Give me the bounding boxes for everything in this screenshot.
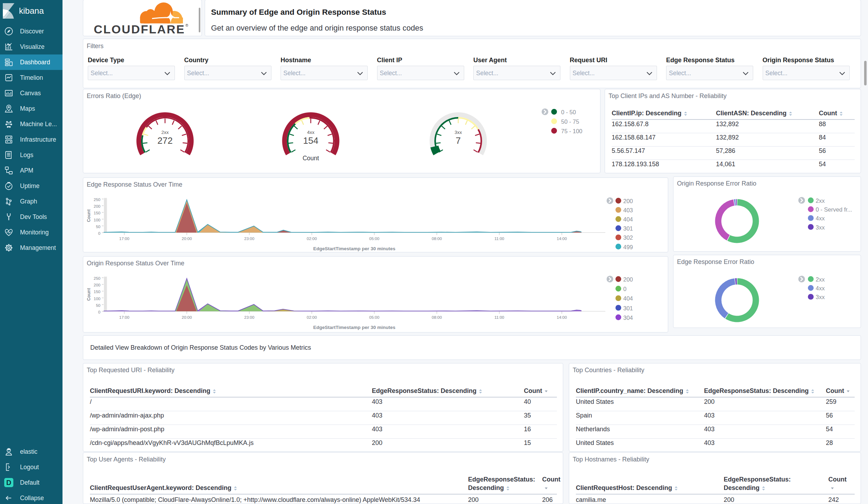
svg-text:301: 301 <box>623 305 633 311</box>
svg-text:kibana: kibana <box>19 6 44 15</box>
svg-text:403: 403 <box>623 207 633 213</box>
svg-text:CLOUDFLARE: CLOUDFLARE <box>94 22 185 36</box>
svg-text:100: 100 <box>94 297 100 301</box>
svg-text:4xx: 4xx <box>307 130 314 135</box>
svg-text:4xx: 4xx <box>816 285 825 291</box>
svg-text:200: 200 <box>94 204 100 208</box>
svg-text:08:00: 08:00 <box>432 237 442 241</box>
svg-text:02:00: 02:00 <box>307 237 317 241</box>
svg-text:08:00: 08:00 <box>432 315 442 319</box>
svg-text:0: 0 <box>98 231 100 235</box>
svg-text:05:00: 05:00 <box>369 315 380 319</box>
svg-text:75 - 100: 75 - 100 <box>561 128 583 134</box>
svg-text:Count: Count <box>86 288 91 301</box>
svg-text:302: 302 <box>623 234 633 241</box>
svg-text:05:00: 05:00 <box>369 237 380 241</box>
svg-text:17:00: 17:00 <box>119 237 130 241</box>
svg-text:50 - 75: 50 - 75 <box>561 118 579 125</box>
svg-text:0 - 50: 0 - 50 <box>561 109 576 115</box>
svg-text:11:00: 11:00 <box>494 315 504 319</box>
svg-text:150: 150 <box>94 211 100 215</box>
svg-text:250: 250 <box>94 198 100 202</box>
svg-text:02:00: 02:00 <box>307 315 317 319</box>
svg-text:404: 404 <box>623 295 633 302</box>
svg-text:20:00: 20:00 <box>182 315 192 319</box>
svg-text:®: ® <box>185 23 188 27</box>
svg-text:7: 7 <box>456 135 461 146</box>
svg-text:EdgeStartTimestamp per 30 minu: EdgeStartTimestamp per 30 minutes <box>313 246 395 251</box>
svg-text:272: 272 <box>157 135 172 146</box>
svg-text:3xx: 3xx <box>816 294 825 300</box>
svg-text:0: 0 <box>623 286 626 292</box>
svg-text:20:00: 20:00 <box>182 237 192 241</box>
svg-text:0: 0 <box>98 310 100 314</box>
svg-text:404: 404 <box>623 216 633 222</box>
svg-text:50: 50 <box>96 225 100 229</box>
svg-text:EdgeStartTimestamp per 30 minu: EdgeStartTimestamp per 30 minutes <box>313 325 395 330</box>
svg-text:154: 154 <box>303 135 318 146</box>
svg-text:200: 200 <box>94 283 100 287</box>
svg-text:14:00: 14:00 <box>557 237 567 241</box>
svg-text:4xx: 4xx <box>816 215 825 221</box>
svg-text:2xx: 2xx <box>816 198 825 204</box>
svg-text:3xx: 3xx <box>454 130 462 135</box>
svg-text:23:00: 23:00 <box>244 237 255 241</box>
svg-text:200: 200 <box>623 198 633 204</box>
svg-text:Count: Count <box>303 155 319 162</box>
svg-text:17:00: 17:00 <box>119 315 130 319</box>
svg-text:250: 250 <box>94 276 100 280</box>
svg-text:2xx: 2xx <box>816 276 825 283</box>
svg-text:100: 100 <box>94 218 100 222</box>
svg-text:304: 304 <box>623 315 633 321</box>
svg-text:0 - Served fr...: 0 - Served fr... <box>816 206 852 213</box>
svg-text:499: 499 <box>623 244 633 250</box>
svg-text:14:00: 14:00 <box>557 315 567 319</box>
svg-text:11:00: 11:00 <box>494 237 504 241</box>
svg-text:150: 150 <box>94 290 100 294</box>
svg-text:50: 50 <box>96 303 100 308</box>
svg-text:301: 301 <box>623 225 633 232</box>
svg-text:200: 200 <box>623 276 633 283</box>
svg-text:3xx: 3xx <box>816 224 825 231</box>
svg-text:23:00: 23:00 <box>244 315 255 319</box>
svg-text:2xx: 2xx <box>161 130 169 135</box>
svg-text:Count: Count <box>86 209 91 222</box>
